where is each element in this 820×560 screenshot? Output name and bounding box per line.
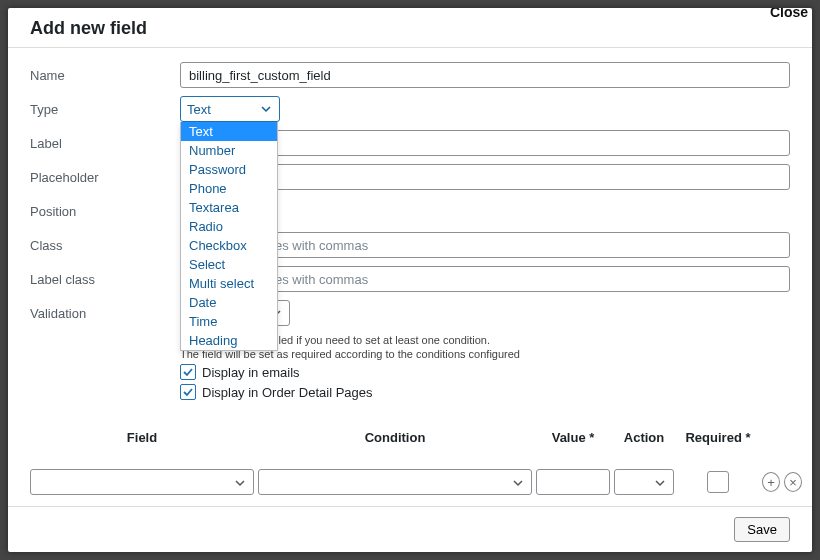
type-select-value: Text	[187, 102, 259, 117]
position-label: Position	[30, 204, 180, 219]
condition-value-input[interactable]	[536, 469, 610, 495]
type-option[interactable]: Phone	[181, 179, 277, 198]
type-dropdown[interactable]: TextNumberPasswordPhoneTextareaRadioChec…	[180, 122, 278, 351]
plus-icon: +	[767, 476, 775, 489]
type-option[interactable]: Select	[181, 255, 277, 274]
conditions-table: Field Condition Value * Action Required …	[30, 426, 790, 495]
condition-required-checkbox[interactable]	[707, 471, 729, 493]
col-condition: Condition	[258, 430, 532, 445]
display-order-detail-checkbox[interactable]	[180, 384, 196, 400]
close-icon: ×	[789, 476, 797, 489]
type-option[interactable]: Checkbox	[181, 236, 277, 255]
type-option[interactable]: Text	[181, 122, 277, 141]
name-label: Name	[30, 68, 180, 83]
type-select[interactable]: Text	[180, 96, 280, 122]
class-label: Class	[30, 238, 180, 253]
display-order-detail-label: Display in Order Detail Pages	[202, 385, 373, 400]
label-class-label: Label class	[30, 272, 180, 287]
type-option[interactable]: Radio	[181, 217, 277, 236]
type-label: Type	[30, 102, 180, 117]
modal-title: Add new field	[30, 18, 790, 39]
name-input[interactable]	[180, 62, 790, 88]
display-emails-label: Display in emails	[202, 365, 300, 380]
col-value: Value *	[536, 430, 610, 445]
col-field: Field	[30, 430, 254, 445]
type-option[interactable]: Textarea	[181, 198, 277, 217]
modal-header: Add new field	[8, 8, 812, 48]
type-option[interactable]: Heading	[181, 331, 277, 350]
table-row: + ×	[30, 469, 790, 495]
chevron-down-icon	[513, 476, 525, 488]
type-option[interactable]: Password	[181, 160, 277, 179]
modal-footer: Save	[8, 506, 812, 552]
type-option[interactable]: Number	[181, 141, 277, 160]
label-label: Label	[30, 136, 180, 151]
condition-action-select[interactable]	[614, 469, 674, 495]
chevron-down-icon	[259, 102, 273, 116]
remove-condition-button[interactable]: ×	[784, 472, 802, 492]
type-option[interactable]: Date	[181, 293, 277, 312]
col-required: Required *	[678, 430, 758, 445]
validation-label: Validation	[30, 306, 180, 321]
chevron-down-icon	[655, 476, 667, 488]
type-option[interactable]: Multi select	[181, 274, 277, 293]
chevron-down-icon	[235, 476, 247, 488]
save-button[interactable]: Save	[734, 517, 790, 542]
add-condition-button[interactable]: +	[762, 472, 780, 492]
type-option[interactable]: Time	[181, 312, 277, 331]
modal-body: Name Type Text TextNumberPasswordPhoneTe…	[8, 48, 812, 506]
col-action: Action	[614, 430, 674, 445]
condition-field-select[interactable]	[30, 469, 254, 495]
condition-operator-select[interactable]	[258, 469, 532, 495]
display-emails-checkbox[interactable]	[180, 364, 196, 380]
placeholder-label: Placeholder	[30, 170, 180, 185]
add-field-modal: Close Add new field Name Type Text	[8, 8, 812, 552]
